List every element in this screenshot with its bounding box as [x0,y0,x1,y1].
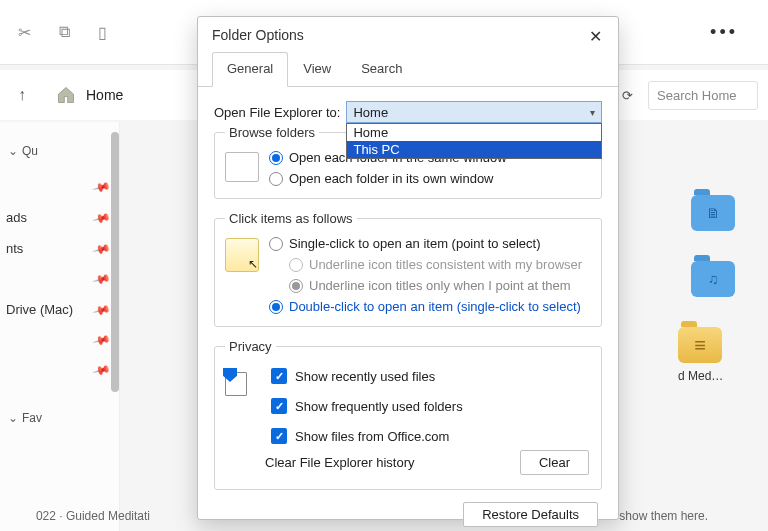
sidebar: ⌄Qu 📌 ads📌 nts📌 📌 Drive (Mac)📌 📌 📌 ⌄Fav [0,122,120,531]
home-icon [56,85,76,105]
radio-single-click[interactable]: Single-click to open an item (point to s… [269,236,591,251]
checkbox-icon: ✓ [271,428,287,444]
checkbox-icon: ✓ [271,368,287,384]
select-dropdown: Home This PC [346,123,602,159]
open-explorer-label: Open File Explorer to: [214,105,340,120]
tabs: General View Search [198,51,618,87]
radio-icon [289,279,303,293]
sidebar-item-4[interactable]: Drive (Mac)📌 [0,294,119,325]
folder-grid: 🗎 ♫ ≡ d Med… [678,195,748,383]
select-option-thispc[interactable]: This PC [347,141,601,158]
copy-icon[interactable]: ⧉ [59,23,70,41]
cut-icon[interactable]: ✂ [18,23,31,42]
window-icon [225,152,259,182]
open-explorer-select[interactable]: Home ▾ Home This PC [346,101,602,123]
sidebar-quick[interactable]: ⌄Qu [0,138,119,164]
tab-general[interactable]: General [212,52,288,87]
click-icon: ↖ [225,238,259,272]
pin-icon: 📌 [92,239,112,259]
click-legend: Click items as follows [225,211,357,226]
sidebar-item-5[interactable]: 📌 [0,325,119,355]
pin-icon: 📌 [92,300,112,320]
radio-icon [269,151,283,165]
refresh-icon[interactable]: ⟳ [622,88,633,103]
more-icon[interactable]: ••• [710,22,738,43]
close-icon[interactable]: ✕ [589,27,602,46]
sidebar-item-6[interactable]: 📌 [0,355,119,385]
select-option-home[interactable]: Home [347,124,601,141]
pin-icon: 📌 [92,269,112,289]
breadcrumb-home[interactable]: Home [86,87,123,103]
select-value: Home [353,105,388,120]
radio-underline-browser: Underline icon titles consistent with my… [269,257,591,272]
radio-icon [289,258,303,272]
checkbox-icon: ✓ [271,398,287,414]
sidebar-item-0[interactable]: 📌 [0,172,119,202]
scrollbar[interactable] [111,132,119,392]
paste-icon[interactable]: ▯ [98,23,107,42]
dialog-title: Folder Options [198,17,618,51]
radio-icon [269,300,283,314]
tab-search[interactable]: Search [346,52,417,87]
pin-icon: 📌 [92,330,112,350]
sidebar-fav[interactable]: ⌄Fav [0,405,119,431]
yellow-folder-wrap: ≡ d Med… [678,327,748,383]
sidebar-item-3[interactable]: 📌 [0,264,119,294]
browse-legend: Browse folders [225,125,319,140]
up-icon[interactable]: ↑ [18,86,26,104]
music-folder[interactable]: ♫ [691,261,735,297]
chevron-down-icon: ▾ [590,107,595,118]
click-items-group: Click items as follows ↖ Single-click to… [214,211,602,327]
yellow-folder[interactable]: ≡ [678,327,722,363]
tab-view[interactable]: View [288,52,346,87]
bottom-left-text: 022 · Guided Meditati [0,509,150,523]
pin-icon: 📌 [92,208,112,228]
radio-double-click[interactable]: Double-click to open an item (single-cli… [269,299,591,314]
privacy-legend: Privacy [225,339,276,354]
checkbox-frequent[interactable]: ✓ Show frequently used folders [271,394,591,418]
restore-defaults-button[interactable]: Restore Defaults [463,502,598,527]
checkbox-recent[interactable]: ✓ Show recently used files [271,364,591,388]
search-input[interactable]: Search Home [648,81,758,110]
privacy-group: Privacy ✓ Show recently used files ✓ Sho… [214,339,602,490]
sidebar-item-2[interactable]: nts📌 [0,233,119,264]
sidebar-item-1[interactable]: ads📌 [0,202,119,233]
radio-icon [269,172,283,186]
folder-label-med: d Med… [678,369,748,383]
clear-history-label: Clear File Explorer history [265,455,415,470]
pin-icon: 📌 [92,177,112,197]
pin-icon: 📌 [92,360,112,380]
folder-options-dialog: Folder Options ✕ General View Search Ope… [197,16,619,520]
radio-underline-point: Underline icon titles only when I point … [269,278,591,293]
radio-icon [269,237,283,251]
privacy-icon [225,368,255,398]
radio-own-window[interactable]: Open each folder in its own window [269,171,591,186]
checkbox-office[interactable]: ✓ Show files from Office.com [271,424,591,448]
clear-button[interactable]: Clear [520,450,589,475]
dialog-body: Open File Explorer to: Home ▾ Home This … [198,87,618,531]
documents-folder[interactable]: 🗎 [691,195,735,231]
